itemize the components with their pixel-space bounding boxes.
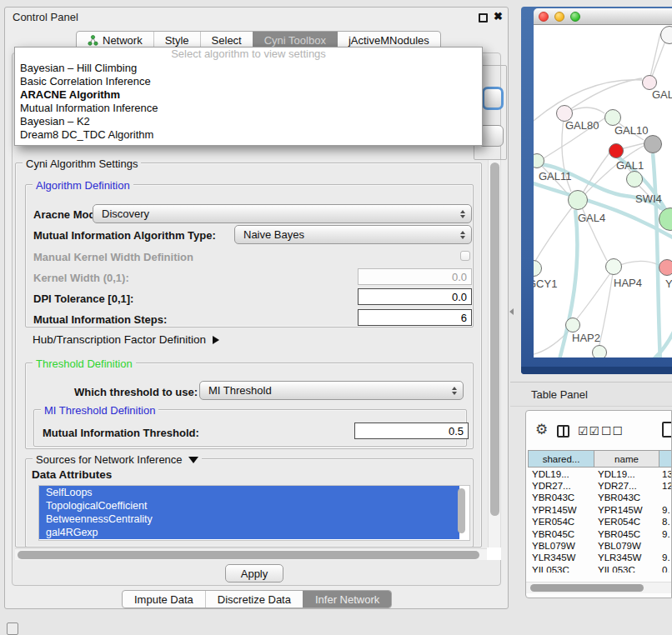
mi-algorithm-type-combobox[interactable]: Naive Bayes — [234, 225, 472, 244]
hub-definition-label: Hub/Transcription Factor Definition — [33, 333, 206, 346]
network-window-titlebar[interactable] — [534, 8, 672, 25]
manual-kernel-width-label: Manual Kernel Width Definition — [33, 251, 193, 263]
menu-item-algorithm[interactable]: Bayesian – Hill Climbing — [15, 62, 482, 75]
cell: YIL053C — [532, 565, 569, 572]
cell: YLR345W — [532, 552, 575, 562]
network-node[interactable] — [592, 345, 607, 358]
aracne-mode-combobox[interactable]: Discovery — [93, 204, 472, 223]
deselect-all-checkboxes-icon[interactable]: ☐☐ — [601, 424, 624, 438]
mi-algorithm-type-label: Mutual Information Algorithm Type: — [33, 229, 216, 242]
float-panel-icon[interactable] — [479, 13, 488, 22]
sources-group: Sources for Network Inference Data Attri… — [25, 458, 474, 548]
cell: YDL19... — [532, 469, 569, 479]
cell: 9. — [662, 529, 670, 539]
minimized-panel-icon[interactable] — [7, 622, 18, 635]
which-threshold-combobox[interactable]: MI Threshold — [199, 381, 464, 400]
network-node-swi4[interactable] — [626, 171, 643, 188]
tab-network-label: Network — [103, 34, 143, 47]
collapse-arrow-icon — [188, 457, 198, 463]
data-attributes-list[interactable]: SelfLoops TopologicalCoefficient Between… — [38, 485, 470, 541]
cell: YPR145W — [532, 505, 577, 515]
select-all-checkboxes-icon[interactable]: ☑☑ — [578, 424, 600, 438]
attributes-scrollbar-thumb[interactable] — [458, 488, 465, 533]
tab-discretize-data[interactable]: Discretize Data — [205, 591, 303, 608]
network-node-gal10[interactable] — [604, 109, 621, 126]
table-horizontal-scrollbar[interactable] — [526, 582, 672, 593]
algorithm-placeholder: Select algorithm to view settings — [15, 48, 482, 62]
node-label: GAL10 — [614, 124, 648, 137]
network-node-gal1-red[interactable] — [609, 143, 624, 158]
tab-infer-network[interactable]: Infer Network — [303, 591, 391, 608]
algorithm-definition-title: Algorithm Definition — [33, 179, 133, 192]
aracne-mode-value: Discovery — [102, 208, 455, 220]
kernel-width-field[interactable] — [358, 268, 472, 285]
node-label: HAP2 — [572, 332, 600, 344]
cell: YER054C — [532, 517, 574, 527]
network-node-gray[interactable] — [644, 135, 662, 153]
settings-horizontal-scrollbar-thumb[interactable] — [18, 551, 479, 559]
node-label: Y — [665, 278, 672, 290]
column-header-name[interactable]: name — [594, 450, 659, 468]
tab-impute-data[interactable]: Impute Data — [123, 591, 205, 608]
dpi-tolerance-label: DPI Tolerance [0,1]: — [33, 292, 133, 305]
column-header-shared-label: shared... — [543, 454, 580, 464]
menu-item-algorithm-selected[interactable]: ARACNE Algorithm — [15, 88, 482, 102]
cyni-algorithm-settings-group: Cyni Algorithm Settings Algorithm Defini… — [15, 162, 482, 548]
node-label: GCY1 — [534, 278, 557, 290]
export-table-icon[interactable] — [662, 422, 672, 438]
control-panel-title: Control Panel — [13, 11, 78, 23]
manual-kernel-width-checkbox[interactable] — [460, 251, 470, 261]
list-item[interactable]: gal4RGexp — [39, 526, 459, 539]
panel-splitter-handle[interactable] — [509, 308, 514, 315]
algorithm-dropdown-popup: Select algorithm to view settings Bayesi… — [14, 47, 483, 146]
menu-item-algorithm[interactable]: Bayesian – K2 — [15, 115, 482, 128]
columns-icon[interactable] — [557, 425, 569, 438]
cell: 12 — [662, 481, 672, 491]
network-node-gal4[interactable] — [568, 190, 588, 210]
settings-vertical-scrollbar[interactable] — [488, 160, 501, 548]
list-item[interactable]: TopologicalCoefficient — [39, 499, 459, 512]
cell: YIL053C — [598, 565, 635, 572]
tab-style-label: Style — [165, 34, 189, 47]
combo-arrows-icon — [460, 231, 465, 239]
column-header-cut[interactable] — [659, 450, 672, 468]
minimize-window-icon[interactable] — [554, 12, 564, 22]
network-node-salmon[interactable] — [659, 259, 672, 276]
network-tab-icon — [88, 35, 98, 46]
cell: YDR27... — [532, 481, 571, 491]
mi-threshold-label: Mutual Information Threshold: — [43, 427, 199, 439]
menu-item-algorithm[interactable]: Dream8 DC_TDC Algorithm — [15, 128, 482, 142]
table-horizontal-scrollbar-thumb[interactable] — [530, 584, 644, 592]
sources-toggle[interactable]: Sources for Network Inference — [33, 453, 202, 466]
mi-steps-field[interactable] — [358, 309, 472, 326]
kernel-width-label: Kernel Width (0,1): — [33, 272, 129, 284]
list-item[interactable]: BetweennessCentrality — [39, 512, 459, 526]
network-node-hap2[interactable] — [565, 318, 580, 332]
column-header-shared[interactable]: shared... — [528, 450, 594, 468]
cell: YBR045C — [598, 529, 640, 539]
mi-threshold-definition-title: MI Threshold Definition — [41, 404, 158, 417]
mi-threshold-field[interactable] — [354, 422, 469, 439]
dpi-tolerance-field[interactable] — [358, 288, 472, 305]
close-panel-icon[interactable]: ✖ — [494, 10, 503, 22]
apply-button[interactable]: Apply — [225, 564, 283, 582]
threshold-definition-group: Threshold Definition Which threshold to … — [25, 362, 474, 449]
bottom-tabbar: Impute Data Discretize Data Infer Networ… — [122, 590, 392, 608]
menu-item-algorithm[interactable]: Basic Correlation Inference — [15, 75, 482, 88]
menu-item-algorithm[interactable]: Mutual Information Inference — [15, 102, 482, 115]
close-window-icon[interactable] — [539, 12, 549, 22]
cell: 9. — [662, 552, 670, 562]
zoom-window-icon[interactable] — [570, 12, 580, 22]
settings-vertical-scrollbar-thumb[interactable] — [490, 162, 499, 516]
network-canvas[interactable]: GAL GAL80 GAL10 GAL1 GAL11 SWI4 GAL4 GCY… — [534, 25, 672, 358]
tab-jactivemnodules-label: jActiveMNodules — [349, 34, 429, 47]
hub-definition-toggle[interactable]: Hub/Transcription Factor Definition — [33, 333, 219, 346]
gear-icon[interactable]: ⚙ — [535, 422, 548, 437]
algorithm-definition-group: Algorithm Definition Aracne Mode: Discov… — [25, 184, 474, 328]
tab-cyni-toolbox-label: Cyni Toolbox — [264, 34, 326, 47]
threshold-definition-title: Threshold Definition — [33, 358, 136, 370]
list-item[interactable]: SelfLoops — [39, 486, 459, 499]
cell: YPR145W — [598, 505, 643, 515]
network-node-hap4[interactable] — [605, 258, 622, 275]
settings-horizontal-scrollbar[interactable] — [15, 548, 487, 560]
